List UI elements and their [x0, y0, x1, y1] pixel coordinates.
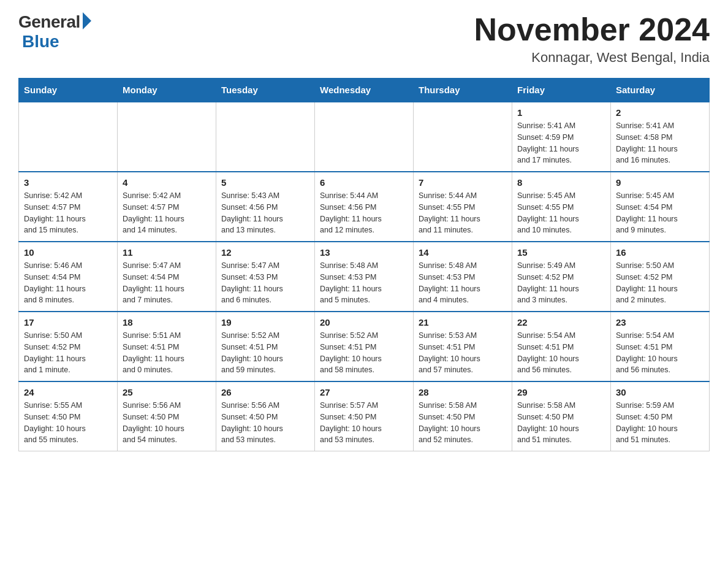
day-number: 23 [616, 317, 704, 327]
calendar-cell: 9Sunrise: 5:45 AM Sunset: 4:54 PM Daylig… [611, 172, 710, 242]
day-number: 6 [320, 177, 408, 188]
day-info: Sunrise: 5:56 AM Sunset: 4:50 PM Dayligh… [221, 400, 309, 446]
logo-blue-text: Blue [22, 32, 59, 52]
day-info: Sunrise: 5:51 AM Sunset: 4:51 PM Dayligh… [123, 330, 211, 376]
calendar-cell: 8Sunrise: 5:45 AM Sunset: 4:55 PM Daylig… [512, 172, 611, 242]
calendar-cell: 20Sunrise: 5:52 AM Sunset: 4:51 PM Dayli… [315, 312, 414, 381]
day-number: 3 [24, 177, 112, 188]
day-info: Sunrise: 5:42 AM Sunset: 4:57 PM Dayligh… [24, 190, 112, 236]
title-section: November 2024 Konnagar, West Bengal, Ind… [474, 12, 710, 66]
day-number: 8 [517, 177, 605, 188]
day-number: 11 [123, 247, 211, 258]
calendar-cell: 2Sunrise: 5:41 AM Sunset: 4:58 PM Daylig… [611, 102, 710, 172]
calendar-cell [315, 102, 414, 172]
calendar-header-thursday: Thursday [414, 79, 512, 102]
day-info: Sunrise: 5:49 AM Sunset: 4:52 PM Dayligh… [517, 260, 605, 306]
day-number: 30 [616, 387, 704, 397]
day-number: 5 [221, 177, 309, 188]
day-info: Sunrise: 5:44 AM Sunset: 4:56 PM Dayligh… [320, 190, 408, 236]
day-info: Sunrise: 5:48 AM Sunset: 4:53 PM Dayligh… [320, 260, 408, 306]
calendar-header-tuesday: Tuesday [216, 79, 315, 102]
day-number: 16 [616, 247, 704, 258]
day-info: Sunrise: 5:56 AM Sunset: 4:50 PM Dayligh… [123, 400, 211, 446]
page-header: General Blue November 2024 Konnagar, Wes… [18, 12, 710, 66]
calendar-cell [118, 102, 216, 172]
day-info: Sunrise: 5:41 AM Sunset: 4:58 PM Dayligh… [616, 120, 704, 166]
calendar-cell: 12Sunrise: 5:47 AM Sunset: 4:53 PM Dayli… [216, 242, 315, 312]
calendar-cell: 16Sunrise: 5:50 AM Sunset: 4:52 PM Dayli… [611, 242, 710, 312]
day-number: 24 [24, 387, 112, 397]
day-info: Sunrise: 5:54 AM Sunset: 4:51 PM Dayligh… [517, 330, 605, 376]
calendar-week-3: 10Sunrise: 5:46 AM Sunset: 4:54 PM Dayli… [19, 242, 710, 312]
day-number: 27 [320, 387, 408, 397]
calendar-table: SundayMondayTuesdayWednesdayThursdayFrid… [18, 78, 710, 451]
calendar-cell: 11Sunrise: 5:47 AM Sunset: 4:54 PM Dayli… [118, 242, 216, 312]
calendar-cell: 29Sunrise: 5:58 AM Sunset: 4:50 PM Dayli… [512, 381, 611, 451]
day-info: Sunrise: 5:46 AM Sunset: 4:54 PM Dayligh… [24, 260, 112, 306]
day-info: Sunrise: 5:45 AM Sunset: 4:55 PM Dayligh… [517, 190, 605, 236]
day-number: 21 [419, 317, 507, 327]
calendar-cell [414, 102, 512, 172]
day-number: 4 [123, 177, 211, 188]
calendar-cell [19, 102, 118, 172]
calendar-week-4: 17Sunrise: 5:50 AM Sunset: 4:52 PM Dayli… [19, 312, 710, 381]
day-info: Sunrise: 5:57 AM Sunset: 4:50 PM Dayligh… [320, 400, 408, 446]
calendar-header-row: SundayMondayTuesdayWednesdayThursdayFrid… [19, 79, 710, 102]
day-info: Sunrise: 5:58 AM Sunset: 4:50 PM Dayligh… [419, 400, 507, 446]
calendar-cell: 24Sunrise: 5:55 AM Sunset: 4:50 PM Dayli… [19, 381, 118, 451]
day-info: Sunrise: 5:48 AM Sunset: 4:53 PM Dayligh… [419, 260, 507, 306]
day-number: 13 [320, 247, 408, 258]
day-number: 9 [616, 177, 704, 188]
calendar-cell [216, 102, 315, 172]
day-number: 29 [517, 387, 605, 397]
calendar-header-sunday: Sunday [19, 79, 118, 102]
calendar-cell: 30Sunrise: 5:59 AM Sunset: 4:50 PM Dayli… [611, 381, 710, 451]
calendar-cell: 4Sunrise: 5:42 AM Sunset: 4:57 PM Daylig… [118, 172, 216, 242]
calendar-cell: 18Sunrise: 5:51 AM Sunset: 4:51 PM Dayli… [118, 312, 216, 381]
day-info: Sunrise: 5:43 AM Sunset: 4:56 PM Dayligh… [221, 190, 309, 236]
calendar-header-friday: Friday [512, 79, 611, 102]
calendar-cell: 22Sunrise: 5:54 AM Sunset: 4:51 PM Dayli… [512, 312, 611, 381]
calendar-cell: 3Sunrise: 5:42 AM Sunset: 4:57 PM Daylig… [19, 172, 118, 242]
calendar-header-wednesday: Wednesday [315, 79, 414, 102]
day-info: Sunrise: 5:50 AM Sunset: 4:52 PM Dayligh… [24, 330, 112, 376]
day-number: 20 [320, 317, 408, 327]
day-number: 28 [419, 387, 507, 397]
calendar-cell: 21Sunrise: 5:53 AM Sunset: 4:51 PM Dayli… [414, 312, 512, 381]
calendar-cell: 19Sunrise: 5:52 AM Sunset: 4:51 PM Dayli… [216, 312, 315, 381]
day-number: 12 [221, 247, 309, 258]
calendar-cell: 23Sunrise: 5:54 AM Sunset: 4:51 PM Dayli… [611, 312, 710, 381]
logo: General Blue [18, 12, 91, 52]
calendar-cell: 1Sunrise: 5:41 AM Sunset: 4:59 PM Daylig… [512, 102, 611, 172]
calendar-cell: 28Sunrise: 5:58 AM Sunset: 4:50 PM Dayli… [414, 381, 512, 451]
day-info: Sunrise: 5:45 AM Sunset: 4:54 PM Dayligh… [616, 190, 704, 236]
day-info: Sunrise: 5:53 AM Sunset: 4:51 PM Dayligh… [419, 330, 507, 376]
day-info: Sunrise: 5:54 AM Sunset: 4:51 PM Dayligh… [616, 330, 704, 376]
day-info: Sunrise: 5:55 AM Sunset: 4:50 PM Dayligh… [24, 400, 112, 446]
day-info: Sunrise: 5:50 AM Sunset: 4:52 PM Dayligh… [616, 260, 704, 306]
calendar-cell: 10Sunrise: 5:46 AM Sunset: 4:54 PM Dayli… [19, 242, 118, 312]
calendar-cell: 15Sunrise: 5:49 AM Sunset: 4:52 PM Dayli… [512, 242, 611, 312]
day-info: Sunrise: 5:58 AM Sunset: 4:50 PM Dayligh… [517, 400, 605, 446]
calendar-header-saturday: Saturday [611, 79, 710, 102]
day-info: Sunrise: 5:47 AM Sunset: 4:53 PM Dayligh… [221, 260, 309, 306]
calendar-cell: 6Sunrise: 5:44 AM Sunset: 4:56 PM Daylig… [315, 172, 414, 242]
location-title: Konnagar, West Bengal, India [474, 50, 710, 66]
calendar-header-monday: Monday [118, 79, 216, 102]
day-number: 1 [517, 107, 605, 118]
day-number: 10 [24, 247, 112, 258]
logo-general-text: General [18, 12, 80, 32]
calendar-cell: 17Sunrise: 5:50 AM Sunset: 4:52 PM Dayli… [19, 312, 118, 381]
calendar-cell: 25Sunrise: 5:56 AM Sunset: 4:50 PM Dayli… [118, 381, 216, 451]
day-number: 18 [123, 317, 211, 327]
day-number: 15 [517, 247, 605, 258]
calendar-week-5: 24Sunrise: 5:55 AM Sunset: 4:50 PM Dayli… [19, 381, 710, 451]
day-number: 25 [123, 387, 211, 397]
day-info: Sunrise: 5:47 AM Sunset: 4:54 PM Dayligh… [123, 260, 211, 306]
calendar-cell: 7Sunrise: 5:44 AM Sunset: 4:55 PM Daylig… [414, 172, 512, 242]
calendar-cell: 13Sunrise: 5:48 AM Sunset: 4:53 PM Dayli… [315, 242, 414, 312]
day-info: Sunrise: 5:41 AM Sunset: 4:59 PM Dayligh… [517, 120, 605, 166]
day-number: 14 [419, 247, 507, 258]
day-number: 19 [221, 317, 309, 327]
day-number: 7 [419, 177, 507, 188]
